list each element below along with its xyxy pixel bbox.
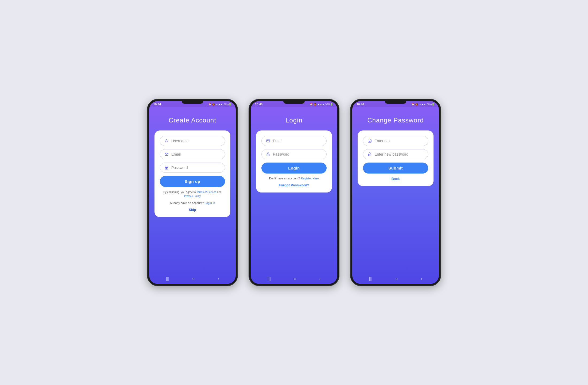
svg-point-10: [370, 141, 370, 141]
username-field-container[interactable]: [160, 136, 225, 146]
username-input[interactable]: [171, 139, 220, 143]
nav-recent-icon-2[interactable]: |||: [268, 276, 271, 281]
signal-icon-2: ▲▲▲: [317, 103, 324, 106]
mute-icon-3: 🔕: [415, 103, 418, 106]
battery-2: 58%🔋: [325, 103, 333, 106]
svg-point-9: [369, 141, 370, 141]
terms-service-link[interactable]: Terms of Service: [196, 191, 216, 194]
status-icons-2: ⏰ 🔕 ▲▲▲ 58%🔋: [310, 103, 333, 106]
email-icon-2: [266, 139, 270, 143]
nav-recent-icon-1[interactable]: |||: [166, 276, 169, 281]
already-account-text: Already have an account? Login in: [160, 201, 225, 205]
password-field-container-1[interactable]: [160, 163, 225, 173]
user-icon: [164, 139, 169, 143]
svg-point-12: [369, 155, 370, 155]
mute-icon-2: 🔕: [314, 103, 316, 106]
nav-back-icon-3[interactable]: ‹: [421, 276, 422, 281]
screen-create-account: 10:44 ⏰ 🔕 ▲▲▲ 56%🔋 Create Account: [149, 101, 236, 284]
no-account-prefix: Don't have an account?: [269, 177, 301, 180]
back-link[interactable]: Back: [363, 177, 428, 181]
otp-input[interactable]: [374, 139, 424, 143]
status-icons-3: ⏰ 🔕 ▲▲▲ 58%🔋: [411, 103, 435, 106]
change-password-title: Change Password: [367, 117, 424, 124]
register-text: Don't have an account? Register Here: [261, 177, 327, 180]
screen-content-2: Login Login: [251, 107, 337, 274]
email-field-container-2[interactable]: [261, 136, 327, 146]
password-input-2[interactable]: [273, 152, 322, 156]
screen-content-3: Change Password: [352, 107, 439, 274]
email-icon-1: [164, 152, 169, 156]
svg-point-0: [166, 140, 167, 141]
login-button[interactable]: Login: [261, 163, 327, 174]
new-password-icon: [368, 152, 372, 156]
password-input-1[interactable]: [171, 165, 220, 170]
email-field-container-1[interactable]: [160, 149, 225, 159]
skip-link[interactable]: Skip: [160, 208, 225, 212]
terms-and: and: [216, 191, 221, 194]
create-account-card: Sign up By continuing, you agree to Term…: [154, 130, 230, 217]
email-input-2[interactable]: [273, 139, 322, 143]
privacy-policy-link[interactable]: Privacy Policy: [184, 195, 201, 198]
change-password-card: Submit Back: [358, 130, 434, 186]
status-time-2: 10:45: [255, 103, 262, 106]
submit-button[interactable]: Submit: [363, 163, 428, 174]
alarm-icon-2: ⏰: [310, 103, 313, 106]
battery-1: 56%🔋: [224, 103, 231, 106]
phone-notch-3: [385, 101, 406, 104]
terms-text: By continuing, you agree to Terms of Ser…: [160, 190, 225, 198]
new-password-field-container[interactable]: [363, 149, 428, 159]
nav-home-icon-2[interactable]: ○: [294, 276, 296, 281]
status-time-3: 10:46: [357, 103, 364, 106]
login-link[interactable]: Login in: [205, 201, 215, 205]
alarm-icon-1: ⏰: [208, 103, 211, 106]
create-account-title: Create Account: [169, 117, 216, 124]
already-account-prefix: Already have an account?: [170, 201, 205, 205]
register-link[interactable]: Register Here: [301, 177, 319, 180]
screen-login: 10:45 ⏰ 🔕 ▲▲▲ 58%🔋 Login: [251, 101, 337, 284]
nav-bar-2: ||| ○ ‹: [251, 274, 337, 284]
nav-home-icon-3[interactable]: ○: [395, 276, 398, 281]
new-password-input[interactable]: [374, 152, 424, 156]
otp-field-container[interactable]: [363, 136, 428, 146]
forgot-password-link[interactable]: Forgot Password?: [261, 183, 327, 187]
phone-notch-2: [283, 101, 305, 104]
screen-change-password: 10:46 ⏰ 🔕 ▲▲▲ 58%🔋 Change Password: [352, 101, 439, 284]
email-input-1[interactable]: [171, 152, 220, 156]
password-field-container-2[interactable]: [261, 149, 327, 159]
screen-content-1: Create Account: [149, 107, 236, 274]
svg-point-8: [369, 141, 369, 141]
signup-button[interactable]: Sign up: [160, 176, 225, 187]
phone-create-account: 10:44 ⏰ 🔕 ▲▲▲ 56%🔋 Create Account: [147, 99, 238, 286]
lock-icon-2: [266, 152, 270, 156]
battery-3: 58%🔋: [427, 103, 435, 106]
nav-back-icon-2[interactable]: ‹: [319, 276, 320, 281]
mute-icon-1: 🔕: [212, 103, 215, 106]
phone-change-password: 10:46 ⏰ 🔕 ▲▲▲ 58%🔋 Change Password: [350, 99, 441, 286]
nav-recent-icon-3[interactable]: |||: [369, 276, 372, 281]
svg-point-6: [268, 155, 268, 155]
lock-icon-1: [164, 165, 169, 170]
phone-notch-1: [182, 101, 203, 104]
status-time-1: 10:44: [153, 103, 161, 106]
nav-back-icon-1[interactable]: ‹: [218, 276, 219, 281]
nav-bar-3: ||| ○ ‹: [352, 274, 439, 284]
phone-login: 10:45 ⏰ 🔕 ▲▲▲ 58%🔋 Login: [249, 99, 339, 286]
login-card: Login Don't have an account? Register He…: [256, 130, 332, 192]
signal-icon-3: ▲▲▲: [419, 103, 426, 106]
nav-bar-1: ||| ○ ‹: [149, 274, 236, 284]
login-title: Login: [285, 117, 303, 124]
terms-prefix: By continuing, you agree to: [163, 191, 196, 194]
alarm-icon-3: ⏰: [411, 103, 414, 106]
status-icons-1: ⏰ 🔕 ▲▲▲ 56%🔋: [208, 103, 231, 106]
nav-home-icon-1[interactable]: ○: [192, 276, 195, 281]
otp-icon: [368, 139, 372, 143]
signal-icon-1: ▲▲▲: [216, 103, 223, 106]
svg-point-3: [166, 168, 167, 168]
